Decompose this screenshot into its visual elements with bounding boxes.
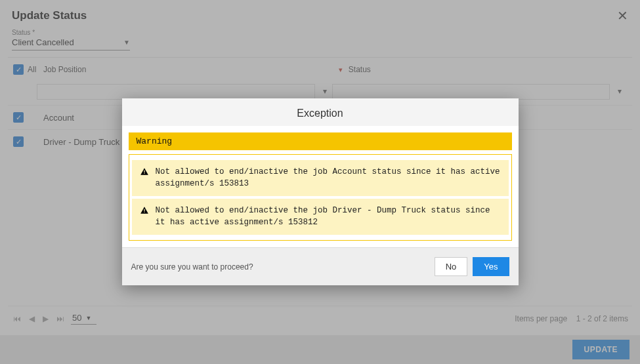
modal-title: Exception [122,98,519,126]
warning-icon [140,206,149,228]
svg-rect-3 [144,212,144,212]
warning-icon [140,167,149,190]
warning-text: Not allowed to end/inactive the job Acco… [156,167,501,190]
svg-rect-0 [144,171,144,173]
exception-modal: Exception Warning Not allowed to end/ina… [122,98,519,285]
warning-heading: Warning [129,132,512,150]
svg-rect-2 [144,209,144,212]
warning-item: Not allowed to end/inactive the job Acco… [132,160,509,196]
yes-button[interactable]: Yes [473,257,509,276]
warning-item: Not allowed to end/inactive the job Driv… [132,199,509,235]
modal-prompt: Are you sure you want to proceed? [131,262,253,272]
modal-overlay: Exception Warning Not allowed to end/ina… [0,0,640,364]
warning-body: Not allowed to end/inactive the job Acco… [129,154,512,241]
no-button[interactable]: No [435,257,468,276]
modal-actions: No Yes [435,257,509,276]
svg-rect-1 [144,173,144,174]
warning-text: Not allowed to end/inactive the job Driv… [156,205,501,228]
modal-footer: Are you sure you want to proceed? No Yes [122,247,519,285]
